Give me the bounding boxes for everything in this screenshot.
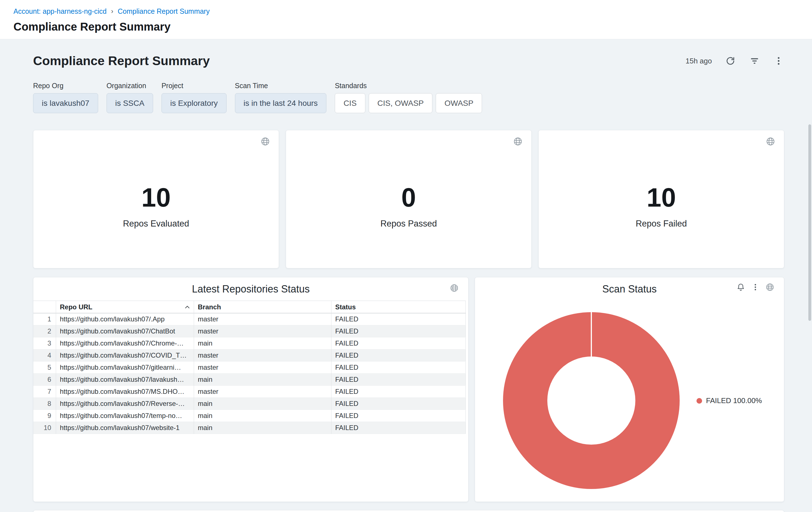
filter-group-repo-org: Repo Org is lavakush07 (33, 82, 98, 113)
filter-bar: Repo Org is lavakush07 Organization is S… (33, 82, 482, 113)
row-index: 1 (33, 313, 56, 325)
bottom-card-row: Latest Repositories Status Repo URL (33, 277, 784, 502)
branch-cell: master (194, 313, 331, 325)
repo-url-cell: https://github.com/lavakush07/website-1 (56, 422, 194, 434)
row-index: 8 (33, 398, 56, 410)
row-index: 9 (33, 410, 56, 422)
row-index: 10 (33, 422, 56, 434)
table-row: 8 https://github.com/lavakush07/Reverse-… (33, 398, 466, 410)
stat-value: 10 (646, 184, 676, 211)
status-cell: FAILED (331, 338, 466, 349)
legend-item-failed[interactable]: FAILED 100.00% (696, 396, 762, 405)
filter-button[interactable] (749, 55, 760, 66)
filter-chip-scan-time[interactable]: is in the last 24 hours (235, 93, 327, 113)
branch-cell: main (194, 398, 331, 410)
tile-explore-button[interactable] (260, 136, 271, 147)
filter-chip-standards-cis[interactable]: CIS (335, 93, 365, 113)
repos-evaluated-tile: 10 Repos Evaluated (33, 130, 279, 268)
stat-tile-row: 10 Repos Evaluated 0 Repos Passed (33, 130, 784, 268)
top-header: Account: app-harness-ng-cicd › Complianc… (0, 0, 812, 39)
branch-column-header[interactable]: Branch (194, 301, 331, 313)
dashboard-menu-button[interactable] (773, 55, 784, 66)
repo-url-header-label: Repo URL (60, 303, 92, 311)
branch-cell: master (194, 361, 331, 374)
branch-header-label: Branch (198, 303, 221, 311)
tile-explore-button[interactable] (765, 282, 775, 292)
row-index: 2 (33, 325, 56, 338)
status-header-label: Status (335, 303, 356, 311)
legend-label-failed: FAILED 100.00% (706, 396, 762, 405)
table-row: 4 https://github.com/lavakush07/COVID_T…… (33, 349, 466, 361)
filter-chip-standards-cis-owasp[interactable]: CIS, OWASP (369, 93, 432, 113)
table-row: 10 https://github.com/lavakush07/website… (33, 422, 466, 434)
table-card-title: Latest Repositories Status (33, 277, 468, 295)
filter-chip-organization[interactable]: is SSCA (107, 93, 153, 113)
repo-url-cell: https://github.com/lavakush07/.App (56, 313, 194, 325)
dashboard-area: Compliance Report Summary 15h ago (0, 39, 812, 512)
filter-label-project: Project (162, 82, 227, 90)
kebab-icon (751, 283, 760, 291)
breadcrumb-current-link[interactable]: Compliance Report Summary (118, 7, 210, 16)
globe-icon (765, 283, 775, 292)
filter-chip-project[interactable]: is Exploratory (162, 93, 227, 113)
breadcrumb-account-link[interactable]: Account: app-harness-ng-cicd (13, 7, 107, 16)
filter-label-repo-org: Repo Org (33, 82, 98, 90)
row-index: 5 (33, 361, 56, 374)
scan-card-actions (736, 282, 775, 292)
globe-icon (766, 137, 775, 146)
repo-url-cell: https://github.com/lavakush07/temp-no… (56, 410, 194, 422)
repo-url-cell: https://github.com/lavakush07/ChatBot (56, 325, 194, 338)
branch-cell: main (194, 422, 331, 434)
sort-ascending-icon (184, 303, 191, 311)
donut-segment-failed[interactable] (503, 312, 680, 489)
dashboard-header: Compliance Report Summary 15h ago (33, 54, 784, 68)
page-title: Compliance Report Summary (13, 21, 812, 33)
latest-repositories-card: Latest Repositories Status Repo URL (33, 277, 468, 502)
table-row: 1 https://github.com/lavakush07/.App mas… (33, 313, 466, 325)
status-cell: FAILED (331, 325, 466, 338)
filter-group-scan-time: Scan Time is in the last 24 hours (235, 82, 327, 113)
stat-label: Repos Failed (636, 219, 687, 229)
repo-url-cell: https://github.com/lavakush07/MS.DHO… (56, 386, 194, 398)
table-row: 2 https://github.com/lavakush07/ChatBot … (33, 325, 466, 338)
status-cell: FAILED (331, 361, 466, 374)
filter-group-project: Project is Exploratory (162, 82, 227, 113)
table-header-row: Repo URL Branch Status (33, 301, 466, 313)
status-column-header[interactable]: Status (331, 301, 466, 313)
branch-cell: master (194, 349, 331, 361)
kebab-icon (774, 56, 784, 66)
tile-explore-button[interactable] (512, 136, 523, 147)
table-row: 7 https://github.com/lavakush07/MS.DHO… … (33, 386, 466, 398)
refresh-icon (725, 56, 735, 66)
alert-button[interactable] (736, 282, 746, 292)
status-cell: FAILED (331, 422, 466, 434)
filter-group-standards: Standards CIS CIS, OWASP OWASP (335, 82, 482, 113)
filter-icon (749, 56, 760, 66)
globe-icon (450, 284, 459, 293)
next-card-partial (33, 510, 784, 512)
row-index: 4 (33, 349, 56, 361)
scan-status-card: Scan Status FAILED 100.00% (475, 277, 784, 502)
bell-icon (736, 283, 745, 291)
dashboard-actions: 15h ago (686, 55, 784, 66)
status-cell: FAILED (331, 398, 466, 410)
branch-cell: main (194, 374, 331, 386)
repo-url-cell: https://github.com/lavakush07/Chrome-… (56, 338, 194, 349)
repo-url-column-header[interactable]: Repo URL (56, 301, 194, 313)
table-row: 6 https://github.com/lavakush07/lavakush… (33, 374, 466, 386)
repo-url-cell: https://github.com/lavakush07/Reverse-… (56, 398, 194, 410)
filter-chip-standards-owasp[interactable]: OWASP (436, 93, 482, 113)
tile-explore-button[interactable] (448, 282, 460, 294)
tile-explore-button[interactable] (765, 136, 776, 147)
table-row: 5 https://github.com/lavakush07/gitlearn… (33, 361, 466, 374)
row-index: 6 (33, 374, 56, 386)
branch-cell: main (194, 410, 331, 422)
filter-group-organization: Organization is SSCA (107, 82, 153, 113)
repositories-table: Repo URL Branch Status (33, 301, 466, 434)
filter-chip-repo-org[interactable]: is lavakush07 (33, 93, 98, 113)
table-row: 3 https://github.com/lavakush07/Chrome-…… (33, 338, 466, 349)
scan-card-menu-button[interactable] (751, 282, 760, 292)
refresh-button[interactable] (725, 55, 736, 66)
repo-url-cell: https://github.com/lavakush07/gitlearni… (56, 361, 194, 374)
vertical-scrollbar-thumb[interactable] (808, 124, 811, 321)
